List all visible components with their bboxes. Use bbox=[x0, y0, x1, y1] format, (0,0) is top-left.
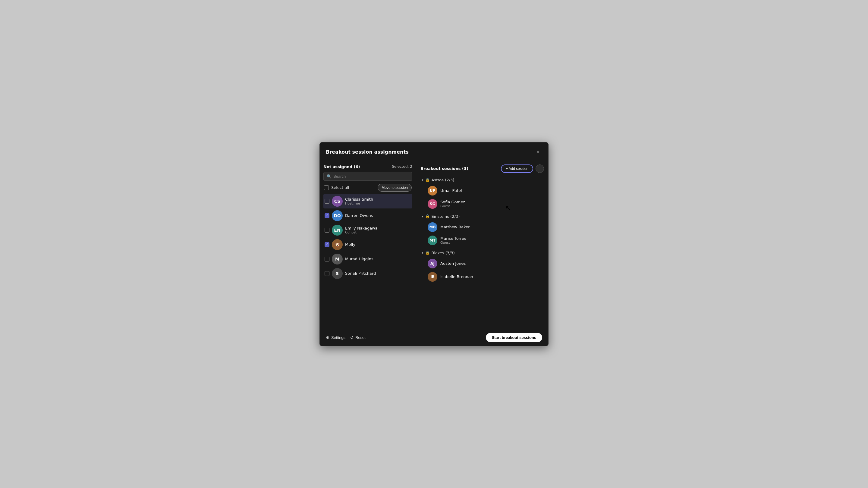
select-all-label: Select all bbox=[331, 185, 349, 190]
select-all-row: Select all Move to session bbox=[323, 184, 412, 192]
move-to-session-button[interactable]: Move to session bbox=[378, 184, 412, 192]
person-info: Murad Higgins bbox=[345, 257, 411, 261]
dialog-footer: ⚙ Settings ↺ Reset Start breakout sessio… bbox=[320, 329, 548, 346]
reset-icon: ↺ bbox=[350, 335, 353, 340]
dialog-title: Breakout session assignments bbox=[326, 149, 409, 155]
avatar: MB bbox=[428, 222, 437, 232]
avatar: SG bbox=[428, 199, 437, 209]
person-role: Cohost bbox=[345, 230, 411, 234]
left-panel-header: Not assigned (6) Selected: 2 bbox=[323, 164, 412, 169]
member-info: Isabelle Brennan bbox=[440, 274, 473, 279]
person-checkbox[interactable] bbox=[324, 228, 330, 233]
dialog-header: Breakout session assignments × bbox=[320, 142, 548, 160]
person-checkbox[interactable] bbox=[324, 242, 330, 247]
settings-icon: ⚙ bbox=[326, 335, 330, 340]
select-all-checkbox[interactable] bbox=[324, 185, 329, 190]
member-name: Umar Patel bbox=[440, 188, 462, 193]
person-name: Murad Higgins bbox=[345, 257, 411, 261]
reset-label: Reset bbox=[355, 335, 366, 340]
member-name: Austen Jones bbox=[440, 261, 466, 266]
avatar: S bbox=[332, 268, 343, 279]
member-role: Guest bbox=[440, 204, 465, 208]
avatar: MT bbox=[428, 235, 437, 245]
sessions-list: ▾🔒Astros (2/3)UPUmar PatelSGSofia GomezG… bbox=[416, 176, 548, 329]
member-name: Sofia Gomez bbox=[440, 200, 465, 204]
avatar: AJ bbox=[428, 259, 437, 268]
person-item[interactable]: SSonali Pritchard bbox=[323, 266, 412, 281]
member-name: Isabelle Brennan bbox=[440, 274, 473, 279]
session-group: ▾🔒Astros (2/3)UPUmar PatelSGSofia GomezG… bbox=[421, 176, 548, 210]
breakout-dialog: Breakout session assignments × Not assig… bbox=[319, 142, 549, 346]
session-header[interactable]: ▾🔒Blazes (3/3) bbox=[421, 249, 548, 257]
person-info: Emily NakagawaCohost bbox=[345, 226, 411, 234]
right-panel: Breakout sessions (3) + Add session ··· … bbox=[416, 160, 548, 329]
footer-left: ⚙ Settings ↺ Reset bbox=[326, 335, 366, 340]
session-member[interactable]: MBMatthew Baker bbox=[421, 221, 548, 234]
not-assigned-title: Not assigned (6) bbox=[323, 164, 360, 169]
session-header[interactable]: ▾🔒Astros (2/3) bbox=[421, 176, 548, 184]
reset-button[interactable]: ↺ Reset bbox=[350, 335, 366, 340]
avatar: M bbox=[332, 254, 343, 264]
person-item[interactable]: DODarren Owens bbox=[323, 208, 412, 223]
person-role: Host, me bbox=[345, 201, 411, 205]
person-checkbox[interactable] bbox=[324, 257, 330, 261]
lock-icon: 🔒 bbox=[425, 178, 430, 182]
selected-count: Selected: 2 bbox=[392, 164, 412, 169]
member-info: Austen Jones bbox=[440, 261, 466, 266]
session-header[interactable]: ▾🔒Einsteins (2/3) bbox=[421, 213, 548, 221]
search-box[interactable]: 🔍 bbox=[323, 172, 412, 181]
person-item[interactable]: 🐶Molly bbox=[323, 237, 412, 252]
session-name: Einsteins (2/3) bbox=[432, 214, 460, 219]
avatar: UP bbox=[428, 186, 437, 195]
person-item[interactable]: CSClarissa SmithHost, me bbox=[323, 194, 412, 208]
person-checkbox[interactable] bbox=[324, 213, 330, 218]
person-item[interactable]: ENEmily NakagawaCohost bbox=[323, 223, 412, 237]
chevron-down-icon: ▾ bbox=[422, 251, 424, 255]
person-info: Molly bbox=[345, 242, 411, 247]
chevron-down-icon: ▾ bbox=[422, 215, 424, 218]
session-member[interactable]: SGSofia GomezGuest bbox=[421, 197, 548, 210]
settings-button[interactable]: ⚙ Settings bbox=[326, 335, 345, 340]
person-name: Emily Nakagawa bbox=[345, 226, 411, 230]
member-role: Guest bbox=[440, 241, 466, 245]
settings-label: Settings bbox=[331, 335, 345, 340]
session-group: ▾🔒Blazes (3/3)AJAusten JonesIBIsabelle B… bbox=[421, 249, 548, 284]
avatar: CS bbox=[332, 196, 343, 207]
person-item[interactable]: MMurad Higgins bbox=[323, 252, 412, 266]
session-member[interactable]: AJAusten Jones bbox=[421, 257, 548, 270]
more-options-button[interactable]: ··· bbox=[535, 164, 544, 173]
avatar: DO bbox=[332, 210, 343, 221]
person-info: Darren Owens bbox=[345, 213, 411, 218]
lock-icon: 🔒 bbox=[425, 214, 430, 218]
session-group: ▾🔒Einsteins (2/3)MBMatthew BakerMTMarise… bbox=[421, 213, 548, 247]
person-name: Clarissa Smith bbox=[345, 197, 411, 201]
add-session-button[interactable]: + Add session bbox=[501, 164, 533, 173]
start-breakout-button[interactable]: Start breakout sessions bbox=[486, 333, 542, 342]
session-member[interactable]: UPUmar Patel bbox=[421, 184, 548, 197]
member-name: Marise Torres bbox=[440, 236, 466, 241]
chevron-down-icon: ▾ bbox=[422, 178, 424, 182]
search-icon: 🔍 bbox=[327, 174, 332, 178]
session-name: Astros (2/3) bbox=[432, 178, 455, 182]
select-all-left: Select all bbox=[324, 185, 349, 190]
person-checkbox[interactable] bbox=[324, 199, 330, 204]
close-button[interactable]: × bbox=[534, 148, 542, 156]
avatar: 🐶 bbox=[332, 239, 343, 250]
person-name: Molly bbox=[345, 242, 411, 247]
person-name: Sonali Pritchard bbox=[345, 271, 411, 275]
session-member[interactable]: IBIsabelle Brennan bbox=[421, 270, 548, 284]
member-info: Sofia GomezGuest bbox=[440, 200, 465, 208]
right-panel-header: Breakout sessions (3) + Add session ··· bbox=[416, 164, 548, 173]
avatar: EN bbox=[332, 225, 343, 235]
person-name: Darren Owens bbox=[345, 213, 411, 218]
person-checkbox[interactable] bbox=[324, 271, 330, 276]
member-name: Matthew Baker bbox=[440, 225, 470, 229]
session-member[interactable]: MTMarise TorresGuest bbox=[421, 234, 548, 247]
people-list: CSClarissa SmithHost, meDODarren OwensEN… bbox=[323, 194, 412, 325]
breakout-sessions-title: Breakout sessions (3) bbox=[421, 166, 468, 171]
lock-icon: 🔒 bbox=[425, 251, 430, 255]
member-info: Marise TorresGuest bbox=[440, 236, 466, 245]
search-input[interactable] bbox=[333, 174, 409, 178]
right-actions: + Add session ··· bbox=[501, 164, 544, 173]
person-info: Clarissa SmithHost, me bbox=[345, 197, 411, 205]
